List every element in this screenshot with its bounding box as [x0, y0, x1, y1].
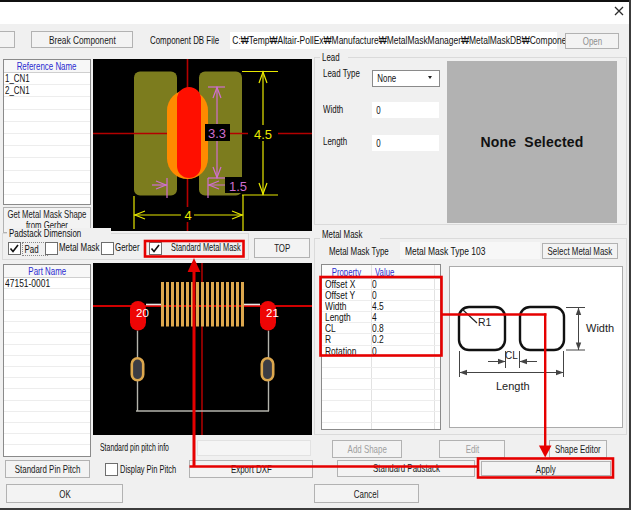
svg-text:3.3: 3.3 [208, 126, 226, 141]
svg-text:4.5: 4.5 [254, 127, 272, 142]
svg-text:20: 20 [136, 307, 149, 319]
svg-text:4: 4 [184, 208, 191, 223]
svg-text:Length: Length [496, 380, 530, 392]
svg-text:CL: CL [505, 350, 518, 361]
svg-text:1.5: 1.5 [229, 179, 247, 194]
svg-text:R1: R1 [478, 316, 492, 328]
svg-text:Width: Width [586, 322, 614, 334]
svg-text:21: 21 [266, 307, 279, 319]
